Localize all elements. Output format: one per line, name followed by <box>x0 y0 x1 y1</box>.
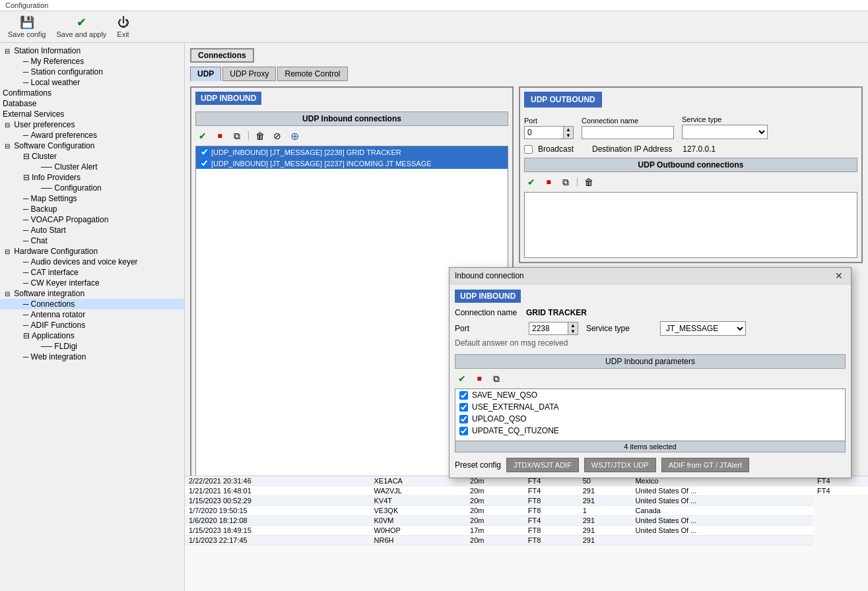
modal-port-label: Port <box>455 324 521 333</box>
list-item[interactable]: [UDP_INBOUND] [JT_MESSAGE] [2238] GRID T… <box>196 146 508 158</box>
log-row[interactable]: 1/21/2021 16:48:01WA2VJL20mFT4291United … <box>185 486 868 496</box>
log-row[interactable]: 1/15/2023 00:52:29KV4T20mFT8291United St… <box>185 496 868 506</box>
modal-list-item[interactable]: USE_EXTERNAL_DATA <box>455 401 845 413</box>
sidebar-item-database[interactable]: Database <box>0 98 184 109</box>
add-green-check-btn[interactable]: ✔ <box>195 129 210 143</box>
param-checkbox[interactable] <box>459 403 468 412</box>
remove-btn[interactable]: ■ <box>213 129 227 143</box>
sidebar-item-audio-devices[interactable]: ─ Audio devices and voice keyer <box>0 257 184 267</box>
port-up-btn[interactable]: ▲ <box>564 127 573 133</box>
broadcast-checkbox[interactable] <box>524 145 533 154</box>
sidebar-item-cluster[interactable]: ⊟ Cluster <box>0 151 184 162</box>
log-row[interactable]: 1/6/2020 18:12:08K0VM20mFT4291United Sta… <box>185 516 868 526</box>
tab-remote-control[interactable]: Remote Control <box>277 67 347 81</box>
out-add-btn[interactable]: ✔ <box>524 175 539 189</box>
sidebar-item-hardware-configuration[interactable]: ⊟ Hardware Configuration <box>0 246 184 257</box>
tab-udp-proxy[interactable]: UDP Proxy <box>222 67 276 81</box>
sidebar-item-auto-start[interactable]: ─ Auto Start <box>0 225 184 235</box>
copy-btn[interactable]: ⧉ <box>230 129 244 143</box>
params-remove-btn[interactable]: ■ <box>472 371 486 386</box>
modal-close-button[interactable]: ✕ <box>832 270 846 281</box>
modal-default-answer-label: Default answer on msg received <box>455 338 568 348</box>
item-checkbox[interactable] <box>200 148 209 156</box>
out-remove-btn[interactable]: ■ <box>541 175 556 189</box>
sidebar-item-software-integration[interactable]: ⊟ Software integration <box>0 288 184 299</box>
modal-service-type-select[interactable]: JT_MESSAGE <box>660 321 746 336</box>
sidebar-label: VOACAP Propagation <box>31 215 109 224</box>
params-copy-btn[interactable]: ⧉ <box>489 371 504 386</box>
sidebar-item-cluster-alert[interactable]: ── Cluster Alert <box>0 162 184 172</box>
add-btn[interactable]: ⊕ <box>287 129 302 143</box>
param-checkbox[interactable] <box>459 415 468 423</box>
save-config-button[interactable]: 💾 Save config <box>8 15 46 38</box>
modal-params-list[interactable]: SAVE_NEW_QSO USE_EXTERNAL_DATA UPLOAD_QS… <box>455 389 846 441</box>
disable-btn[interactable]: ⊘ <box>270 129 284 143</box>
preset-btn-jtdx-wsjt-adif[interactable]: JTDX/WSJT ADIF <box>506 458 579 472</box>
exit-button[interactable]: ⏻ Exit <box>117 16 129 38</box>
log-table: 2/22/2021 20:31:46XE1ACA20mFT450MexicoFT… <box>185 476 868 591</box>
conn-name-input[interactable] <box>582 126 674 139</box>
sidebar-item-info-providers[interactable]: ⊟ Info Providers <box>0 172 184 183</box>
delete-btn[interactable]: 🗑 <box>253 129 267 143</box>
sidebar-item-user-preferences[interactable]: ⊟ User preferences <box>0 119 184 130</box>
sidebar-item-web-integration[interactable]: ─ Web integration <box>0 352 184 362</box>
sidebar-item-voacap-propagation[interactable]: ─ VOACAP Propagation <box>0 214 184 225</box>
modal-port-input[interactable] <box>529 322 568 335</box>
tree-expander[interactable]: ⊟ <box>3 248 12 255</box>
sidebar-item-my-references[interactable]: ─ My References <box>0 56 184 67</box>
param-checkbox[interactable] <box>459 391 468 400</box>
log-row[interactable]: 1/7/2020 19:50:15VE3QK20mFT81Canada <box>185 506 868 516</box>
sidebar-item-fldigi[interactable]: ── FLDigi <box>0 341 184 352</box>
service-type-label: Service type <box>682 115 768 123</box>
save-and-apply-button[interactable]: ✔ Save and apply <box>56 15 106 38</box>
tree-expander[interactable]: ⊟ <box>3 290 12 297</box>
item-checkbox[interactable] <box>200 159 209 168</box>
out-copy-btn[interactable]: ⧉ <box>558 175 573 189</box>
sidebar-item-connections[interactable]: ─ Connections <box>0 299 184 309</box>
modal-list-item[interactable]: UPLOAD_QSO <box>455 413 845 425</box>
modal-port-down[interactable]: ▼ <box>568 328 578 334</box>
out-delete-btn[interactable]: 🗑 <box>582 175 596 189</box>
sidebar-item-adif-functions[interactable]: ─ ADIF Functions <box>0 320 184 330</box>
tree-expander[interactable]: ⊟ <box>3 142 12 150</box>
params-add-btn[interactable]: ✔ <box>455 371 469 386</box>
sidebar-item-confirmations[interactable]: Confirmations <box>0 88 184 98</box>
log-cell: 291 <box>579 536 632 545</box>
list-item[interactable]: [UDP_INBOUND] [JT_MESSAGE] [2237] INCOMI… <box>196 158 508 169</box>
preset-btn-adif-from-gt[interactable]: ADIF from GT / JTAlert <box>661 458 749 472</box>
conn-name-group: Connection name <box>582 117 674 139</box>
service-type-select[interactable] <box>682 125 768 139</box>
sidebar-item-map-settings[interactable]: ─ Map Settings <box>0 193 184 204</box>
log-row[interactable]: 1/15/2023 18:49:15W0HOP17mFT8291United S… <box>185 526 868 536</box>
sidebar-item-cat-interface[interactable]: ─ CAT interface <box>0 267 184 278</box>
modal-list-item[interactable]: UPDATE_CQ_ITUZONE <box>455 425 845 437</box>
dest-ip-value: 127.0.0.1 <box>683 143 716 155</box>
sidebar-item-station-configuration[interactable]: ─ Station configuration <box>0 67 184 77</box>
port-input[interactable] <box>524 126 564 139</box>
sidebar-item-antenna-rotator[interactable]: ─ Antenna rotator <box>0 309 184 320</box>
sidebar-item-cw-keyer[interactable]: ─ CW Keyer interface <box>0 278 184 288</box>
sidebar-item-award-preferences[interactable]: ─ Award preferences <box>0 130 184 140</box>
tab-udp[interactable]: UDP <box>190 67 221 81</box>
sidebar-item-station-information[interactable]: ⊟ Station Information <box>0 46 184 56</box>
sidebar-item-software-configuration[interactable]: ⊟ Software Configuration <box>0 140 184 151</box>
sidebar-item-chat[interactable]: ─ Chat <box>0 235 184 246</box>
log-cell: 20m <box>466 506 524 516</box>
udp-outbound-list[interactable] <box>524 192 857 258</box>
param-checkbox[interactable] <box>459 427 468 435</box>
tree-expander[interactable]: ⊟ <box>3 121 12 129</box>
sidebar-item-backup[interactable]: ─ Backup <box>0 204 184 214</box>
sidebar-item-applications[interactable]: ⊟ Applications <box>0 330 184 341</box>
sidebar-item-external-services[interactable]: External Services <box>0 109 184 119</box>
tree-expander[interactable]: ⊟ <box>3 47 12 55</box>
sidebar-item-local-weather[interactable]: ─ Local weather <box>0 77 184 88</box>
modal-list-item[interactable]: SAVE_NEW_QSO <box>455 389 845 401</box>
connections-header: Connections <box>190 48 863 67</box>
preset-btn-wsjt-jtdx-udp[interactable]: WSJT/JTDX UDP <box>584 458 656 472</box>
sidebar-item-info-providers-config[interactable]: ── Configuration <box>0 183 184 193</box>
sidebar-label: Software Configuration <box>14 141 94 150</box>
modal-port-up[interactable]: ▲ <box>568 323 578 328</box>
log-row[interactable]: 1/1/2023 22:17:45NR6H20mFT8291 <box>185 536 868 545</box>
port-down-btn[interactable]: ▼ <box>564 133 573 139</box>
modal-params-footer: 4 items selected <box>455 441 846 452</box>
